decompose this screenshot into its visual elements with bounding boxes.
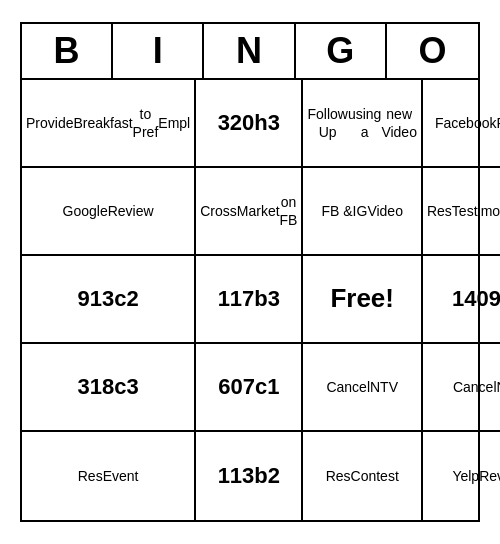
bingo-cell: GoogleReview	[22, 168, 196, 256]
bingo-cell: 117b3	[196, 256, 303, 344]
cell-line: Provide	[26, 114, 73, 132]
cell-line: FB &	[321, 202, 352, 220]
header-letter: B	[22, 24, 113, 78]
header-letter: O	[387, 24, 478, 78]
cell-line: Facebook	[435, 114, 496, 132]
cell-line: 607	[218, 373, 255, 402]
bingo-cell: ResContest	[303, 432, 423, 520]
cell-line: Breakfast	[73, 114, 132, 132]
cell-line: 318	[78, 373, 115, 402]
header-letter: N	[204, 24, 295, 78]
cell-line: h3	[254, 109, 280, 138]
bingo-cell: 320h3	[196, 80, 303, 168]
cell-line: IG	[353, 202, 368, 220]
bingo-cell: ProvideBreakfastto PrefEmpl	[22, 80, 196, 168]
cell-line: 1409	[452, 285, 500, 314]
cell-line: new Video	[381, 105, 417, 141]
bingo-cell: Free!	[303, 256, 423, 344]
cell-line: Review	[496, 114, 500, 132]
bingo-header: BINGO	[22, 24, 478, 80]
bingo-cell: Follow Upusing anew Video	[303, 80, 423, 168]
bingo-cell: 318c3	[22, 344, 196, 432]
cell-line: Cancel	[326, 378, 370, 396]
cell-line: Res	[78, 467, 103, 485]
cell-line: on FB	[280, 193, 298, 229]
cell-line: Review	[479, 467, 500, 485]
bingo-card: BINGO ProvideBreakfastto PrefEmpl320h3Fo…	[20, 22, 480, 522]
bingo-cell: CrossMarketon FB	[196, 168, 303, 256]
cell-line: Empl	[158, 114, 190, 132]
cell-line: Testimony	[452, 202, 500, 220]
cell-line: Review	[108, 202, 154, 220]
cell-line: Google	[63, 202, 108, 220]
bingo-grid: ProvideBreakfastto PrefEmpl320h3Follow U…	[22, 80, 478, 520]
cell-line: Contest	[351, 467, 399, 485]
bingo-cell: ResEvent	[22, 432, 196, 520]
cell-line: NTV	[370, 378, 398, 396]
bingo-cell: 113b2	[196, 432, 303, 520]
bingo-cell: FB &IGVideo	[303, 168, 423, 256]
bingo-cell: CancelNTV	[303, 344, 423, 432]
cell-line: Cross	[200, 202, 237, 220]
cell-line: c1	[255, 373, 279, 402]
cell-line: Res	[427, 202, 452, 220]
header-letter: G	[296, 24, 387, 78]
bingo-cell: FacebookReview	[423, 80, 500, 168]
cell-line: Cancel	[453, 378, 497, 396]
cell-line: b3	[254, 285, 280, 314]
cell-line: 113	[218, 462, 255, 491]
cell-line: to Pref	[133, 105, 159, 141]
bingo-cell: 1409c2	[423, 256, 500, 344]
cell-line: Res	[326, 467, 351, 485]
cell-line: NTV	[497, 378, 501, 396]
cell-line: 117	[218, 285, 255, 314]
cell-line: 320	[218, 109, 255, 138]
cell-line: Yelp	[452, 467, 479, 485]
cell-line: Follow Up	[307, 105, 347, 141]
bingo-cell: ResTestimonyVideo	[423, 168, 500, 256]
cell-line: Video	[367, 202, 403, 220]
bingo-cell: CancelNTV	[423, 344, 500, 432]
cell-line: c2	[114, 285, 138, 314]
bingo-cell: 607c1	[196, 344, 303, 432]
cell-line: using a	[348, 105, 381, 141]
cell-line: Market	[237, 202, 280, 220]
cell-line: 913	[78, 285, 115, 314]
cell-line: Free!	[330, 282, 394, 316]
header-letter: I	[113, 24, 204, 78]
cell-line: b2	[254, 462, 280, 491]
bingo-cell: 913c2	[22, 256, 196, 344]
bingo-cell: YelpReview	[423, 432, 500, 520]
cell-line: c3	[114, 373, 138, 402]
cell-line: Event	[103, 467, 139, 485]
